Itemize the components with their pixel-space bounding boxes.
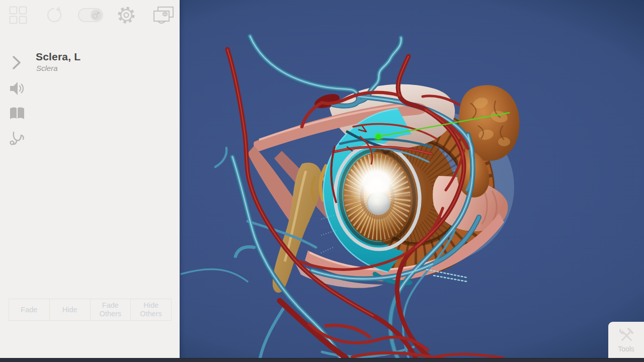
book-description-icon[interactable] <box>9 107 25 123</box>
reset-rotation-icon[interactable] <box>45 6 63 26</box>
fade-others-button[interactable]: Fade Others <box>90 299 131 321</box>
sidebar: Sclera, L Sclera Fade H <box>0 0 180 358</box>
hide-button[interactable]: Hide <box>49 299 91 321</box>
tools-label: Tools <box>618 345 634 353</box>
audio-pronunciation-icon[interactable] <box>9 80 25 99</box>
expand-chevron-icon[interactable] <box>12 55 23 72</box>
screens-3d-icon[interactable] <box>152 6 176 28</box>
bottom-bar <box>0 358 644 362</box>
hide-others-button[interactable]: Hide Others <box>130 299 172 321</box>
selected-structure-title: Sclera, L <box>36 51 80 63</box>
fade-button[interactable]: Fade <box>9 299 50 321</box>
selected-structure-subtitle: Sclera <box>36 64 58 72</box>
gender-toggle-male-icon[interactable] <box>78 8 103 24</box>
tools-panel-button[interactable]: Tools <box>608 322 644 358</box>
stethoscope-clinical-icon[interactable] <box>9 131 25 149</box>
app-window: Sclera, L Sclera Fade H <box>0 0 644 362</box>
visibility-button-row: Fade Hide Fade Others Hide Others <box>9 299 172 321</box>
hammer-wrench-icon <box>618 327 634 343</box>
layout-grid-icon[interactable] <box>9 6 27 26</box>
settings-gear-icon[interactable] <box>117 6 135 26</box>
